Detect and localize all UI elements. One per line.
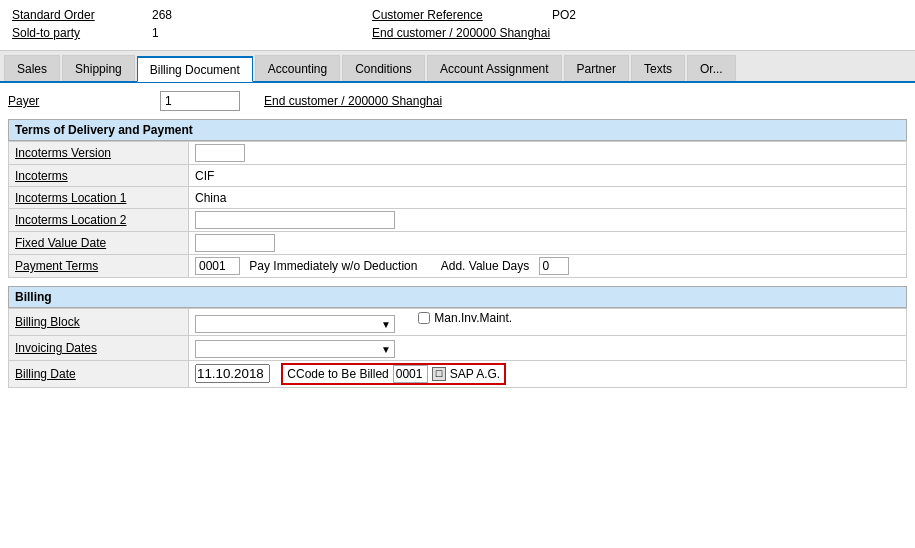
incoterms-loc1-value: China — [189, 187, 907, 209]
tab-billing-document[interactable]: Billing Document — [137, 56, 253, 82]
fixed-value-date-row: Fixed Value Date — [9, 232, 907, 255]
tab-conditions[interactable]: Conditions — [342, 55, 425, 81]
tabs-container: SalesShippingBilling DocumentAccountingC… — [0, 51, 915, 83]
payment-terms-input[interactable] — [195, 257, 240, 275]
invoicing-dates-label[interactable]: Invoicing Dates — [9, 336, 189, 361]
man-inv-maint-checkbox[interactable] — [418, 312, 430, 324]
tab-texts[interactable]: Texts — [631, 55, 685, 81]
payer-input[interactable] — [160, 91, 240, 111]
tab-account-assignment[interactable]: Account Assignment — [427, 55, 562, 81]
header-section: Standard Order 268 Customer Reference PO… — [0, 0, 915, 51]
end-customer-link[interactable]: End customer / 200000 Shanghai — [372, 26, 550, 40]
billing-date-label[interactable]: Billing Date — [9, 361, 189, 388]
billing-block-arrow-icon: ▼ — [381, 319, 391, 330]
invoicing-dates-value: ▼ — [189, 336, 907, 361]
main-window: Standard Order 268 Customer Reference PO… — [0, 0, 915, 548]
billing-block-value: ▼ Man.Inv.Maint. — [189, 309, 907, 336]
incoterms-loc1-text: China — [195, 191, 226, 205]
invoicing-dates-dropdown[interactable]: ▼ — [195, 340, 395, 358]
billing-block-dropdown[interactable]: ▼ — [195, 315, 395, 333]
incoterms-loc2-input[interactable] — [195, 211, 395, 229]
content-area: Payer End customer / 200000 Shanghai Ter… — [0, 83, 915, 548]
incoterms-loc2-value — [189, 209, 907, 232]
incoterms-version-input[interactable] — [195, 144, 245, 162]
incoterms-version-value — [189, 142, 907, 165]
customer-reference-label: Customer Reference — [372, 8, 532, 22]
ccode-search-icon[interactable]: ☐ — [432, 367, 446, 381]
payer-label[interactable]: Payer — [8, 94, 148, 108]
incoterms-version-label[interactable]: Incoterms Version — [9, 142, 189, 165]
invoicing-dates-row: Invoicing Dates ▼ — [9, 336, 907, 361]
ccode-input[interactable] — [393, 365, 428, 383]
man-inv-maint-text: Man.Inv.Maint. — [434, 311, 512, 325]
sold-to-party-value: 1 — [152, 26, 252, 40]
tab-or[interactable]: Or... — [687, 55, 736, 81]
billing-block-row: Billing Block ▼ Man.Inv.Maint. — [9, 309, 907, 336]
ccode-label: CCode to Be Billed — [287, 367, 388, 381]
incoterms-value: CIF — [189, 165, 907, 187]
incoterms-loc1-row: Incoterms Location 1 China — [9, 187, 907, 209]
standard-order-label[interactable]: Standard Order — [12, 8, 132, 22]
invoicing-dates-arrow-icon: ▼ — [381, 344, 391, 355]
terms-table: Incoterms Version Incoterms CIF Incoterm… — [8, 141, 907, 278]
payment-terms-label[interactable]: Payment Terms — [9, 255, 189, 278]
tab-sales[interactable]: Sales — [4, 55, 60, 81]
incoterms-loc1-label[interactable]: Incoterms Location 1 — [9, 187, 189, 209]
customer-reference-value: PO2 — [552, 8, 652, 22]
fixed-value-date-label[interactable]: Fixed Value Date — [9, 232, 189, 255]
fixed-value-date-input[interactable] — [195, 234, 275, 252]
ccode-container: CCode to Be Billed ☐ SAP A.G. — [281, 363, 506, 385]
add-value-days-input[interactable] — [539, 257, 569, 275]
tab-accounting[interactable]: Accounting — [255, 55, 340, 81]
payer-row: Payer End customer / 200000 Shanghai — [8, 91, 907, 111]
tab-partner[interactable]: Partner — [564, 55, 629, 81]
ccode-name: SAP A.G. — [450, 367, 500, 381]
billing-table: Billing Block ▼ Man.Inv.Maint. — [8, 308, 907, 388]
incoterms-row: Incoterms CIF — [9, 165, 907, 187]
billing-section-header: Billing — [8, 286, 907, 308]
fixed-value-date-value — [189, 232, 907, 255]
incoterms-version-row: Incoterms Version — [9, 142, 907, 165]
incoterms-text: CIF — [195, 169, 214, 183]
incoterms-loc2-row: Incoterms Location 2 — [9, 209, 907, 232]
man-inv-maint-container: Man.Inv.Maint. — [418, 313, 512, 327]
billing-date-value: CCode to Be Billed ☐ SAP A.G. — [189, 361, 907, 388]
payment-terms-value: Pay Immediately w/o Deduction Add. Value… — [189, 255, 907, 278]
billing-date-row: Billing Date CCode to Be Billed ☐ SAP A.… — [9, 361, 907, 388]
add-value-days-label: Add. Value Days — [441, 259, 530, 273]
payment-terms-description: Pay Immediately w/o Deduction — [249, 259, 417, 273]
payer-link[interactable]: End customer / 200000 Shanghai — [264, 94, 442, 108]
standard-order-value: 268 — [152, 8, 252, 22]
payment-terms-row: Payment Terms Pay Immediately w/o Deduct… — [9, 255, 907, 278]
terms-section-header: Terms of Delivery and Payment — [8, 119, 907, 141]
billing-date-input[interactable] — [195, 364, 270, 383]
incoterms-label[interactable]: Incoterms — [9, 165, 189, 187]
incoterms-loc2-label[interactable]: Incoterms Location 2 — [9, 209, 189, 232]
sold-to-party-label[interactable]: Sold-to party — [12, 26, 132, 40]
man-inv-maint-label: Man.Inv.Maint. — [418, 311, 512, 325]
billing-block-label[interactable]: Billing Block — [9, 309, 189, 336]
tab-shipping[interactable]: Shipping — [62, 55, 135, 81]
